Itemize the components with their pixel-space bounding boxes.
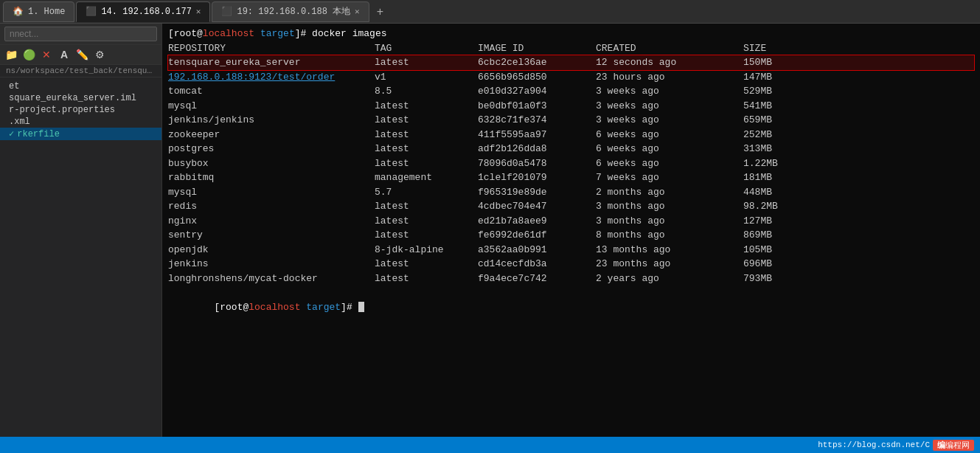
sidebar-path: ns/workspace/test_back/tensquare_eur bbox=[0, 65, 161, 77]
header-created: CREATED bbox=[596, 41, 743, 56]
final-prompt-line: [root@localhost target]# bbox=[168, 286, 974, 329]
sidebar-item-et[interactable]: et bbox=[0, 80, 161, 92]
tab-terminal-2[interactable]: ⬛ 19: 192.168.0.188 本地 ✕ bbox=[212, 1, 369, 22]
tab-terminal-1[interactable]: ⬛ 14. 192.168.0.177 ✕ bbox=[76, 1, 210, 22]
search-input[interactable] bbox=[4, 27, 157, 41]
docker-row-13: openjdk 8-jdk-alpine a3562aa0b991 13 mon… bbox=[168, 243, 974, 257]
terminal-icon-1: ⬛ bbox=[86, 6, 97, 17]
docker-row-15: longhronshens/mycat-docker latest f9a4ec… bbox=[168, 272, 974, 286]
terminal-icon-2: ⬛ bbox=[221, 6, 232, 17]
size-1: 147MB bbox=[743, 70, 817, 85]
tab-close-2[interactable]: ✕ bbox=[355, 7, 360, 16]
docker-row-11: nginx latest ed21b7a8aee9 3 months ago 1… bbox=[168, 214, 974, 229]
close-toolbar-btn[interactable]: ✕ bbox=[38, 46, 55, 63]
sidebar-item-xml[interactable]: .xml bbox=[0, 116, 161, 128]
id-1: 6656b965d850 bbox=[478, 70, 596, 85]
sidebar-item-properties[interactable]: r-project.properties bbox=[0, 104, 161, 116]
tag-1: v1 bbox=[375, 70, 478, 85]
docker-row-14: jenkins latest cd14cecfdb3a 23 months ag… bbox=[168, 257, 974, 272]
docker-table-header: REPOSITORY TAG IMAGE ID CREATED SIZE bbox=[168, 41, 974, 56]
terminal-cursor bbox=[358, 302, 364, 312]
size-0: 150MB bbox=[743, 55, 817, 70]
id-0: 6cbc2cel36ae bbox=[478, 55, 596, 70]
created-1: 23 hours ago bbox=[596, 70, 743, 85]
docker-row-7: busybox latest 78096d0a5478 6 weeks ago … bbox=[168, 156, 974, 171]
tab-terminal-2-label: 19: 192.168.0.188 本地 bbox=[237, 5, 350, 18]
command-line: [root@localhost target]# docker images bbox=[168, 27, 974, 41]
docker-row-6: postgres latest adf2b126dda8 6 weeks ago… bbox=[168, 142, 974, 156]
header-tag: TAG bbox=[375, 41, 478, 56]
docker-row-2: tomcat 8.5 e010d327a904 3 weeks ago 529M… bbox=[168, 84, 974, 99]
new-tab-button[interactable]: + bbox=[371, 5, 389, 18]
docker-row-0: tensquare_eureka_server latest 6cbc2cel3… bbox=[168, 55, 974, 70]
docker-row-9: mysql 5.7 f965319e89de 2 months ago 448M… bbox=[168, 185, 974, 200]
status-url: https://blog.csdn.net/C bbox=[818, 440, 930, 449]
docker-row-3: mysql latest be0dbf01a0f3 3 weeks ago 54… bbox=[168, 99, 974, 114]
docker-row-12: sentry latest fe6992de61df 8 months ago … bbox=[168, 228, 974, 243]
docker-row-4: jenkins/jenkins latest 6328c71fe374 3 we… bbox=[168, 113, 974, 128]
header-size: SIZE bbox=[743, 41, 817, 56]
status-brand: 编编程网 bbox=[933, 440, 974, 451]
tag-0: latest bbox=[375, 55, 478, 70]
tab-home[interactable]: 🏠 1. Home bbox=[3, 1, 74, 22]
created-0: 12 seconds ago bbox=[596, 55, 743, 70]
sidebar-content: et square_eureka_server.iml r-project.pr… bbox=[0, 77, 161, 437]
docker-row-1: 192.168.0.188:9123/test/order v1 6656b96… bbox=[168, 70, 974, 85]
docker-row-5: zookeeper latest 411f5595aa97 6 weeks ag… bbox=[168, 128, 974, 142]
tab-home-label: 1. Home bbox=[28, 7, 65, 17]
docker-table: REPOSITORY TAG IMAGE ID CREATED SIZE ten… bbox=[168, 41, 974, 286]
header-id: IMAGE ID bbox=[478, 41, 596, 56]
tab-close-1[interactable]: ✕ bbox=[196, 7, 201, 16]
tab-terminal-1-label: 14. 192.168.0.177 bbox=[101, 7, 191, 17]
home-icon: 🏠 bbox=[13, 6, 24, 17]
terminal-area: [root@localhost target]# docker images R… bbox=[162, 24, 980, 437]
check-icon: ✓ bbox=[9, 128, 14, 139]
sidebar: 📁 🟢 ✕ A ✏️ ⚙ ns/workspace/test_back/tens… bbox=[0, 24, 162, 437]
sidebar-toolbar: 📁 🟢 ✕ A ✏️ ⚙ bbox=[0, 45, 161, 65]
settings-toolbar-btn[interactable]: ⚙ bbox=[91, 46, 108, 63]
docker-row-10: redis latest 4cdbec704e47 3 months ago 9… bbox=[168, 199, 974, 214]
tab-bar: 🏠 1. Home ⬛ 14. 192.168.0.177 ✕ ⬛ 19: 19… bbox=[0, 0, 980, 24]
status-bar: https://blog.csdn.net/C 编编程网 bbox=[0, 437, 980, 453]
main-area: 📁 🟢 ✕ A ✏️ ⚙ ns/workspace/test_back/tens… bbox=[0, 24, 980, 437]
repo-0: tensquare_eureka_server bbox=[168, 55, 375, 70]
header-repo: REPOSITORY bbox=[168, 41, 375, 56]
terminal-content[interactable]: [root@localhost target]# docker images R… bbox=[162, 24, 980, 437]
edit-toolbar-btn[interactable]: ✏️ bbox=[74, 46, 90, 63]
folder-toolbar-btn[interactable]: 📁 bbox=[3, 46, 19, 63]
sidebar-item-iml[interactable]: square_eureka_server.iml bbox=[0, 92, 161, 104]
font-toolbar-btn[interactable]: A bbox=[56, 46, 72, 63]
docker-row-8: rabbitmq management 1clelf201079 7 weeks… bbox=[168, 170, 974, 185]
repo-1: 192.168.0.188:9123/test/order bbox=[168, 70, 375, 85]
sidebar-item-dockerfile[interactable]: ✓ rkerfile bbox=[0, 128, 161, 140]
sidebar-search-area bbox=[0, 24, 161, 45]
file-toolbar-btn[interactable]: 🟢 bbox=[21, 46, 37, 63]
